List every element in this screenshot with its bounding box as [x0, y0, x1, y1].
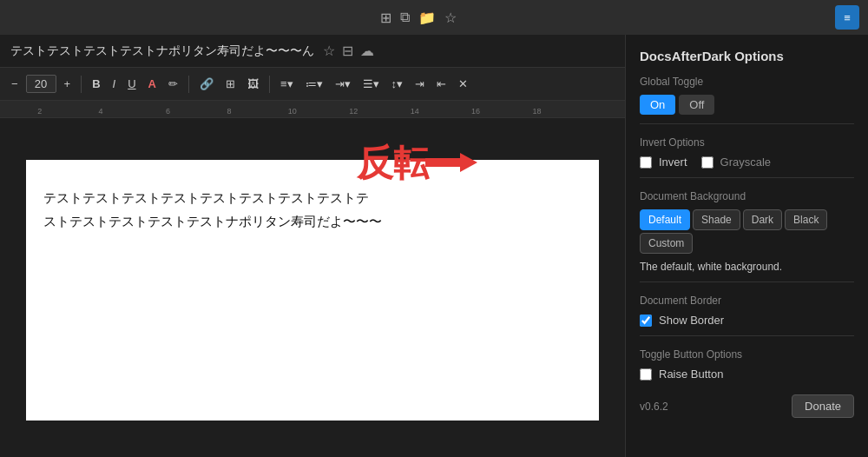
toolbar-sep-2: [188, 76, 189, 93]
doc-border-label: Document Border: [640, 295, 854, 307]
doc-content: 反転 テストテストテストテストテストテストテストテストテ ストテストテストテスト…: [0, 118, 625, 457]
doc-line-1: テストテストテストテストテストテストテストテストテ: [43, 186, 582, 209]
bg-description: The default, white background.: [640, 261, 854, 273]
svg-marker-0: [425, 153, 477, 172]
divider-1: [640, 123, 854, 124]
highlight-btn[interactable]: ✏: [164, 75, 182, 93]
cloud-title-icon[interactable]: ☁: [360, 43, 374, 59]
raise-button-row: Raise Button: [640, 368, 854, 381]
doc-title-bar: テストテストテストテストナポリタン寿司だよ〜〜〜ん ☆ ⊟ ☁: [0, 35, 625, 68]
font-color-btn[interactable]: A: [144, 75, 161, 93]
docs-after-dark-panel: DocsAfterDark Options Global Toggle On O…: [625, 35, 868, 457]
show-border-label[interactable]: Show Border: [659, 314, 724, 327]
toggle-button-options-label: Toggle Button Options: [640, 348, 854, 361]
bg-custom-btn[interactable]: Custom: [640, 233, 693, 254]
doc-line-2: ストテストテストテストテストナポリタン寿司だよ〜〜〜: [43, 209, 582, 233]
doc-background-label: Document Background: [640, 190, 854, 202]
global-toggle-row: On Off: [640, 95, 854, 115]
italic-btn[interactable]: I: [108, 75, 121, 93]
bg-default-btn[interactable]: Default: [640, 209, 690, 230]
spacing-btn[interactable]: ↕▾: [387, 75, 408, 93]
grayscale-label[interactable]: Grayscale: [720, 156, 772, 169]
ruler-tick: 8: [227, 107, 231, 116]
bg-black-btn[interactable]: Black: [785, 209, 827, 230]
raise-button-label[interactable]: Raise Button: [659, 368, 723, 381]
bg-dark-btn[interactable]: Dark: [743, 209, 782, 230]
divider-2: [640, 177, 854, 178]
divider-4: [640, 335, 854, 336]
red-arrow: [425, 149, 477, 176]
invert-options-label: Invert Options: [640, 136, 854, 149]
editor-area: テストテストテストテストナポリタン寿司だよ〜〜〜ん ☆ ⊟ ☁ − 20 + B…: [0, 35, 625, 457]
global-toggle-label: Global Toggle: [640, 76, 854, 88]
white-document[interactable]: テストテストテストテストテストテストテストテストテ ストテストテストテストテスト…: [26, 160, 599, 421]
bg-shade-btn[interactable]: Shade: [693, 209, 740, 230]
copy-icon[interactable]: ⧉: [400, 10, 410, 25]
toolbar-sep-1: [81, 76, 82, 93]
folder-icon[interactable]: 📁: [418, 10, 436, 26]
indent-less-btn[interactable]: ⇤: [432, 75, 450, 93]
link-btn[interactable]: 🔗: [195, 75, 218, 93]
ruler-tick: 18: [532, 107, 541, 116]
toggle-off-btn[interactable]: Off: [679, 95, 714, 115]
bullet-btn[interactable]: ☰▾: [358, 75, 384, 93]
ruler-tick: 6: [166, 107, 170, 116]
ruler-tick: 10: [288, 107, 297, 116]
ext-label: ≡: [844, 11, 851, 24]
insert-btn[interactable]: ⊞: [221, 75, 240, 93]
doc-title: テストテストテストテストナポリタン寿司だよ〜〜〜ん: [10, 43, 314, 59]
bold-btn[interactable]: B: [88, 75, 104, 93]
invert-checkbox[interactable]: [640, 156, 652, 169]
toggle-on-btn[interactable]: On: [640, 95, 675, 115]
star-icon[interactable]: ☆: [444, 10, 457, 26]
folder-title-icon[interactable]: ⊟: [342, 43, 353, 59]
star-title-icon[interactable]: ☆: [323, 43, 335, 59]
ruler-tick: 14: [411, 107, 419, 116]
bottom-row: v0.6.2 Donate: [640, 394, 854, 418]
underline-btn[interactable]: U: [123, 75, 140, 93]
ruler-tick: 16: [471, 107, 480, 116]
grayscale-checkbox[interactable]: [701, 156, 713, 169]
invert-label[interactable]: Invert: [659, 156, 687, 169]
annotation-text: 反転: [357, 139, 430, 188]
main-area: テストテストテストテストナポリタン寿司だよ〜〜〜ん ☆ ⊟ ☁ − 20 + B…: [0, 35, 868, 457]
ruler-tick: 4: [99, 107, 103, 116]
version-text: v0.6.2: [640, 401, 668, 413]
indent-btn[interactable]: ⇥▾: [331, 75, 355, 93]
format-clear-btn[interactable]: ✕: [454, 75, 472, 93]
invert-row: Invert Grayscale: [640, 156, 854, 169]
doc-title-icons: ☆ ⊟ ☁: [323, 43, 374, 59]
indent-more-btn[interactable]: ⇥: [411, 75, 429, 93]
font-decrease-btn[interactable]: −: [7, 75, 23, 93]
font-size-display: 20: [26, 75, 56, 93]
toolbar-sep-3: [269, 76, 270, 93]
ruler-tick: 2: [37, 107, 42, 116]
show-border-row: Show Border: [640, 314, 854, 327]
donate-button[interactable]: Donate: [792, 394, 854, 418]
browser-bar: ⊞ ⧉ 📁 ☆ ≡: [0, 0, 868, 35]
raise-button-checkbox[interactable]: [640, 368, 652, 381]
ruler: 2 4 6 8 10 12 14 16 18: [0, 101, 625, 118]
divider-3: [640, 281, 854, 282]
align-btn[interactable]: ≡▾: [276, 75, 298, 93]
bg-buttons-group: Default Shade Dark Black Custom: [640, 209, 854, 254]
extension-icon[interactable]: ≡: [835, 5, 859, 30]
ruler-inner: 2 4 6 8 10 12 14 16 18: [7, 101, 618, 117]
show-border-checkbox[interactable]: [640, 315, 652, 327]
ruler-tick: 12: [349, 107, 358, 116]
panel-title: DocsAfterDark Options: [640, 49, 854, 63]
browser-icons: ⊞ ⧉ 📁 ☆: [9, 10, 828, 26]
font-increase-btn[interactable]: +: [60, 75, 76, 93]
grid-icon[interactable]: ⊞: [380, 10, 391, 26]
image-btn[interactable]: 🖼: [243, 75, 263, 93]
list-btn[interactable]: ≔▾: [301, 75, 327, 93]
toolbar: − 20 + B I U A ✏ 🔗 ⊞ 🖼 ≡▾ ≔▾ ⇥▾ ☰▾ ↕▾ ⇥ …: [0, 68, 625, 101]
